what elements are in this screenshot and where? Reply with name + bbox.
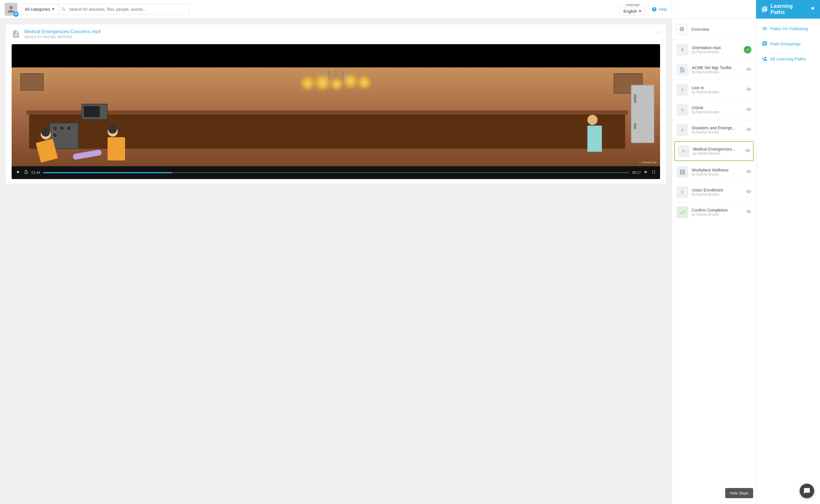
progress-bar[interactable] [43,172,629,173]
help-button[interactable]: Help [652,7,667,12]
search-input[interactable] [69,7,189,12]
search-icon [58,7,69,12]
step-completed [744,46,751,53]
search-bar: All Categories [21,4,190,15]
top-row: All Categories Language English Help Lea… [0,0,820,19]
sidebar-label-path-groupings: Path Groupings [770,41,801,46]
step-author: by Rachel Brooks [692,172,743,176]
main-header: All Categories Language English Help [0,0,672,19]
step-eye-icon [746,107,751,113]
file-title: Medical Emergencies-Concerns.mp4 [24,29,101,34]
hide-steps-button[interactable]: Hide Steps [725,488,753,498]
main-layout: Medical Emergencies-Concerns.mp4 ADDED B… [0,19,820,504]
step-eye-icon [746,209,751,215]
avatar-chevron[interactable] [13,12,19,17]
step-thumb [677,64,688,76]
step-author: by Rachel Brooks [692,130,743,134]
step-info: Union Enrollment by Rachel Brooks [692,188,743,196]
mid-panel: Overview Orientation.mp4 by Rachel Brook… [672,19,756,504]
step-item[interactable]: Live In by Rachel Brooks [672,80,756,100]
learning-paths-icon [761,6,768,12]
character-3 [587,115,602,152]
sidebar-label-all-learning-paths: All Learning Paths [770,56,806,61]
step-eye-icon [746,127,751,133]
category-dropdown[interactable]: All Categories [21,4,58,15]
step-thumb [677,166,688,178]
sidebar-item-path-groupings[interactable]: Path Groupings [756,36,820,51]
step-name: Union Enrollment [692,188,743,192]
step-item[interactable]: Union Enrollment by Rachel Brooks [672,182,756,202]
overview-label: Overview [691,27,710,32]
step-eye-icon [745,148,750,154]
file-card: Medical Emergencies-Concerns.mp4 ADDED B… [6,24,666,184]
step-info: Confirm Completion by Rachel Brooks [692,208,743,217]
step-item[interactable]: ACME NH Mgr Toolkit... by Rachel Brooks [672,60,756,80]
hide-steps-label: Hide Steps [730,491,748,495]
progress-fill [43,172,172,173]
step-item[interactable]: Disasters and Emerge... by Rachel Brooks [672,120,756,140]
file-info: Medical Emergencies-Concerns.mp4 ADDED B… [24,29,101,39]
step-name: Workplace Wellness [692,168,743,172]
step-item[interactable]: Workplace Wellness by Rachel Brooks [672,162,756,182]
language-wrap: Language English [620,3,645,16]
volume-button[interactable] [644,170,649,176]
step-name: Confirm Completion [692,208,743,212]
step-thumb [677,84,688,96]
fullscreen-button[interactable] [651,170,656,176]
current-time: 01:44 [31,171,40,175]
video-controls: 10 01:44 08:17 [12,166,660,179]
step-name: Medical Emergencies... [693,147,742,151]
right-panel-title: Learning Paths [771,3,808,15]
step-info: ACME NH Mgr Toolkit... by Rachel Brooks [692,65,743,74]
step-eye-icon [746,67,751,73]
file-icon [12,30,20,40]
language-select[interactable]: English [620,7,645,16]
right-panel-chevron[interactable] [811,7,815,12]
watermark: ● showd.me [639,160,657,164]
step-eye-icon [746,87,751,93]
overview-row[interactable]: Overview [672,19,756,40]
language-label: Language [626,3,640,6]
rewind-button[interactable]: 10 [23,169,28,176]
sidebar-item-all-learning-paths[interactable]: All Learning Paths [756,51,820,66]
cabinet-left [20,73,44,91]
step-thumb [677,186,688,198]
overview-icon [677,24,687,34]
step-info: Medical Emergencies... by Rachel Brooks [693,147,742,156]
right-sidebar: Paths I'm Following Path Groupings All L… [756,19,820,504]
step-item[interactable]: Confirm Completion by Rachel Brooks [672,202,756,222]
right-panel-header: Learning Paths [756,0,820,19]
duration: 08:17 [632,171,641,175]
file-added-by: ADDED BY RACHEL BROOKS [24,35,101,39]
step-name: Disasters and Emerge... [692,126,743,130]
file-header: Medical Emergencies-Concerns.mp4 ADDED B… [12,29,660,40]
step-name: Live In [692,85,743,90]
play-button[interactable] [16,170,20,176]
video-scene: ● showd.me [12,67,660,166]
step-info: Disasters and Emerge... by Rachel Brooks [692,126,743,134]
step-author: by Rachel Brooks [692,110,743,114]
step-author: by Rachel Brooks [692,90,743,94]
file-options[interactable]: ··· [656,29,660,35]
step-thumb [677,124,688,136]
step-author: by Rachel Brooks [693,151,742,156]
chat-button[interactable] [800,484,814,498]
step-name: Orientation.mp4 [692,45,740,50]
sidebar-item-paths-following[interactable]: Paths I'm Following [756,21,820,36]
step-thumb [677,44,688,56]
step-author: by Rachel Brooks [692,212,743,217]
step-item[interactable]: Orientation.mp4 by Rachel Brooks [672,40,756,60]
step-eye-icon [746,189,751,195]
step-item[interactable]: OSHA by Rachel Brooks [672,100,756,120]
video-top-black [12,44,660,67]
right-header-inner: Learning Paths [756,0,820,19]
step-thumb [677,104,688,116]
mid-header-spacer [672,0,756,19]
step-name: OSHA [692,106,743,110]
step-item-active[interactable]: Medical Emergencies... by Rachel Brooks [674,141,754,161]
user-avatar-wrap [5,3,17,16]
svg-text:10: 10 [26,172,27,173]
microwave [81,104,108,120]
step-info: Workplace Wellness by Rachel Brooks [692,168,743,176]
step-info: OSHA by Rachel Brooks [692,106,743,114]
